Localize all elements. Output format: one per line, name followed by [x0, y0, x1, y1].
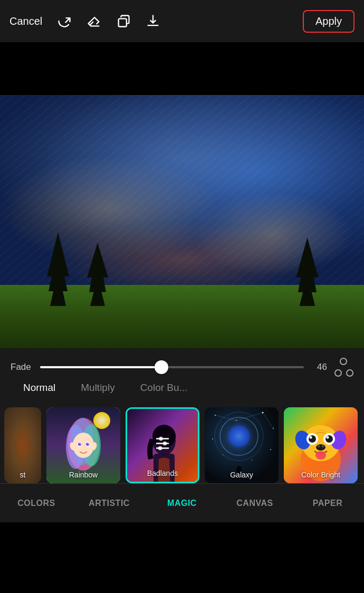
- filter-label-badlands: Badlands: [127, 469, 198, 477]
- image-canvas: [0, 95, 364, 348]
- download-icon: [146, 14, 160, 28]
- fade-slider[interactable]: [40, 366, 304, 368]
- svg-point-54: [327, 436, 329, 439]
- svg-point-34: [252, 460, 253, 461]
- blend-multiply[interactable]: Multiply: [68, 382, 127, 394]
- svg-point-51: [310, 436, 312, 439]
- svg-point-2: [93, 412, 110, 429]
- cancel-button[interactable]: Cancel: [9, 15, 42, 27]
- blend-normal[interactable]: Normal: [11, 382, 68, 394]
- spacer: [0, 42, 364, 95]
- svg-point-55: [316, 444, 325, 451]
- color-circles-button[interactable]: [334, 358, 353, 377]
- svg-rect-0: [119, 18, 127, 26]
- filter-item-colorbright[interactable]: Color Bright: [284, 407, 358, 483]
- svg-point-56: [318, 445, 320, 447]
- top-bar-left: Cancel: [9, 14, 160, 28]
- nav-artistic[interactable]: ARTISTIC: [73, 484, 146, 522]
- svg-point-13: [88, 443, 89, 444]
- filter-item-rainbow[interactable]: Rainbow: [46, 407, 120, 483]
- fade-label: Fade: [11, 362, 33, 372]
- svg-point-10: [80, 443, 81, 444]
- image-content: [0, 95, 364, 348]
- blend-colorburn[interactable]: Color Bu...: [128, 382, 200, 394]
- circle-bottom-right: [346, 369, 353, 377]
- layers-icon: [116, 14, 131, 28]
- top-bar: Cancel: [0, 0, 364, 42]
- filter-item-galaxy[interactable]: Galaxy: [205, 407, 279, 483]
- svg-point-32: [270, 449, 271, 450]
- filter-settings-icon: [153, 434, 172, 457]
- svg-point-12: [86, 443, 89, 446]
- fade-value: 46: [311, 362, 327, 372]
- filter-item-badlands[interactable]: Badlands: [126, 407, 199, 483]
- bottom-nav: COLORS ARTISTIC MAGIC CANVAS PAPER: [0, 483, 364, 522]
- filter-item-first[interactable]: st: [4, 407, 41, 483]
- download-button[interactable]: [146, 14, 160, 28]
- nav-canvas[interactable]: CANVAS: [218, 484, 291, 522]
- filter-row: st: [0, 401, 364, 483]
- filter-label-galaxy: Galaxy: [205, 471, 279, 479]
- filter-label-rainbow: Rainbow: [46, 471, 120, 479]
- controls-area: Fade 46 Normal Multiply Color Bu...: [0, 348, 364, 401]
- eraser-button[interactable]: [87, 14, 101, 28]
- circle-top: [340, 358, 347, 365]
- svg-point-7: [73, 433, 94, 458]
- svg-point-23: [163, 442, 167, 446]
- layers-button[interactable]: [116, 14, 131, 28]
- svg-point-21: [159, 437, 163, 441]
- nav-paper[interactable]: PAPER: [291, 484, 364, 522]
- redo-button[interactable]: [57, 14, 72, 28]
- circle-bottom-left: [334, 369, 342, 377]
- slider-fill: [40, 366, 161, 368]
- svg-point-25: [158, 446, 162, 451]
- nav-colors[interactable]: COLORS: [0, 484, 73, 522]
- svg-point-50: [309, 435, 316, 443]
- nav-magic[interactable]: MAGIC: [146, 484, 218, 522]
- eraser-icon: [87, 14, 101, 28]
- filter-label-first: st: [4, 471, 41, 479]
- filter-label-colorbright: Color Bright: [284, 471, 358, 479]
- blend-mode-row: Normal Multiply Color Bu...: [11, 377, 353, 394]
- svg-point-9: [78, 443, 81, 446]
- svg-point-57: [322, 445, 324, 447]
- redo-icon: [57, 14, 72, 28]
- apply-button[interactable]: Apply: [303, 10, 355, 33]
- svg-point-58: [315, 451, 326, 460]
- svg-point-31: [212, 438, 213, 439]
- fade-row: Fade 46: [11, 358, 353, 377]
- svg-point-36: [228, 426, 250, 447]
- slider-thumb[interactable]: [155, 360, 168, 374]
- svg-point-53: [325, 435, 333, 443]
